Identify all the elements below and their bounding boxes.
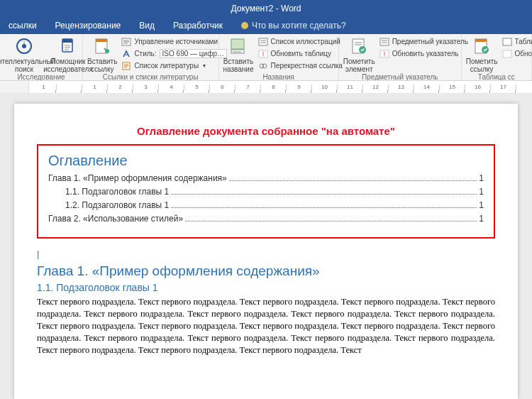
researcher-button[interactable]: Помощник исследователя [48,36,88,73]
update-figures-label: Обновить таблицу [271,50,332,58]
ruler-tick: 3 [133,84,159,90]
style-value: ISO 690 — цифр… [160,49,227,58]
tab-view[interactable]: Вид [135,18,159,33]
update-toa-label: Обно [515,50,532,58]
heading-1[interactable]: Глава 1. «Пример оформления содержания» [37,263,495,279]
update-figures-button[interactable]: ! Обновить таблицу [258,48,343,59]
ruler-tick [57,84,82,90]
ruler-tick: 10 [312,84,338,90]
ruler-tick: 14 [414,84,440,90]
group-authorities: Пометить ссылку Табли Обно Таблица сс [462,34,532,80]
tell-me-search[interactable]: Что вы хотите сделать? [237,18,350,33]
toc-item-text: Глава 1. «Пример оформления содержания» [48,173,227,183]
bibliography-icon [121,61,131,71]
insert-caption-button[interactable]: Вставить название [223,36,254,73]
ribbon-tabs: ссылки Рецензирование Вид Разработчик Чт… [0,17,532,34]
toc-item-text: 1.2. Подзаголовок главы 1 [65,200,169,210]
group-captions-title: Названия [223,73,334,81]
toc-item-page: 1 [479,187,484,197]
titlebar: Документ2 - Word [0,0,532,17]
researcher-icon [58,36,78,56]
update-index-button[interactable]: ! Обновить указатель [379,48,468,59]
svg-rect-4 [62,39,72,43]
toc-highlight-box: Оглавление Глава 1. «Пример оформления с… [37,144,495,239]
bibliography-label: Список литературы [134,62,199,70]
smart-lookup-button[interactable]: i Интеллектуальный поиск [4,36,44,73]
toc-leader-dots [185,214,477,222]
lightbulb-icon [241,22,248,29]
document-area[interactable]: Оглавление документа собранное "на автом… [0,94,532,399]
insert-caption-label: Вставить название [223,58,254,73]
ribbon: i Интеллектуальный поиск Помощник исслед… [0,34,532,81]
mark-entry-button[interactable]: Пометить элемент [343,36,375,73]
table-of-figures-button[interactable]: Список иллюстраций [258,36,343,47]
ruler-tick: 16 [465,84,491,90]
group-captions: Вставить название Список иллюстраций ! О… [219,34,339,80]
mark-citation-button[interactable]: Пометить ссылку [466,36,498,73]
toc-leader-dots [171,200,477,208]
group-index: Пометить элемент Предметный указатель ! … [339,34,462,80]
group-citations-title: Ссылки и списки литературы [87,73,214,81]
ruler-tick: 1 [31,84,57,90]
svg-rect-9 [96,39,107,42]
group-authorities-title: Таблица сс [466,73,527,81]
toc-item-page: 1 [479,173,484,183]
toc-heading: Оглавление [48,153,484,169]
heading-2[interactable]: 1.1. Подзаголовок главы 1 [37,282,495,293]
update-toa-button[interactable]: Обно [502,48,532,59]
toc-item[interactable]: 1.1. Подзаголовок главы 1 1 [48,187,484,197]
insert-caption-icon [228,36,248,56]
cross-ref-icon [258,61,268,71]
ruler-tick: 17 [491,84,516,90]
tab-developer[interactable]: Разработчик [169,18,227,33]
insert-citation-button[interactable]: Вставить ссылку [87,36,117,73]
svg-text:!: ! [262,50,264,58]
mark-entry-label: Пометить элемент [343,58,375,73]
tab-links[interactable]: ссылки [4,18,41,33]
group-research-title: Исследование [4,73,78,81]
text-cursor: | [37,248,495,259]
insert-index-button[interactable]: Предметный указатель [379,36,468,47]
manage-sources-icon [121,37,131,47]
toc-item-page: 1 [479,200,484,210]
table-of-figures-icon [258,37,268,47]
ruler-tick: 15 [440,84,465,90]
insert-index-label: Предметный указатель [392,38,468,45]
insert-citation-label: Вставить ссылку [87,58,117,73]
svg-rect-43 [503,50,511,58]
citation-style-dropdown[interactable]: Стиль: ISO 690 — цифр… [121,48,227,59]
svg-rect-23 [259,38,267,45]
horizontal-ruler[interactable]: 1 1 2 3 4 5 6 7 8 9 10 11 12 13 14 15 16… [0,81,532,94]
tab-review[interactable]: Рецензирование [51,18,126,33]
insert-toa-button[interactable]: Табли [502,36,532,47]
toc-item-text: Глава 2. «Использование стилей» [48,214,183,224]
table-of-figures-label: Список иллюстраций [271,38,340,45]
toc-item[interactable]: 1.2. Подзаголовок главы 1 1 [48,200,484,210]
body-paragraph[interactable]: Текст первого подраздела. Текст первого … [37,296,495,356]
toc-item-page: 1 [479,214,484,224]
group-index-title: Предметный указатель [343,73,457,81]
style-label: Стиль: [134,50,156,58]
ruler-tick: 6 [210,84,235,90]
doc-red-title: Оглавление документа собранное "на автом… [37,125,495,137]
bibliography-button[interactable]: Список литературы▾ [121,60,227,71]
ruler-tick: 5 [184,84,210,90]
ruler-tick: 12 [363,84,389,90]
svg-point-29 [262,64,267,68]
svg-text:i: i [23,40,25,45]
toc-item[interactable]: Глава 2. «Использование стилей» 1 [48,214,484,224]
mark-citation-icon [472,36,492,56]
manage-sources-button[interactable]: Управление источниками [121,36,227,47]
group-citations: Вставить ссылку Управление источниками С… [83,34,219,80]
cross-reference-button[interactable]: Перекрестная ссылка [258,60,343,71]
ruler-tick: 13 [389,84,414,90]
update-toa-icon [502,49,512,59]
ruler-tick: 9 [287,84,312,90]
svg-point-10 [105,49,109,53]
update-index-icon: ! [379,49,389,59]
mark-citation-label: Пометить ссылку [466,58,498,73]
cross-ref-label: Перекрестная ссылка [271,62,343,70]
svg-text:!: ! [383,50,385,58]
page[interactable]: Оглавление документа собранное "на автом… [14,104,518,399]
toc-item[interactable]: Глава 1. «Пример оформления содержания» … [48,173,484,183]
